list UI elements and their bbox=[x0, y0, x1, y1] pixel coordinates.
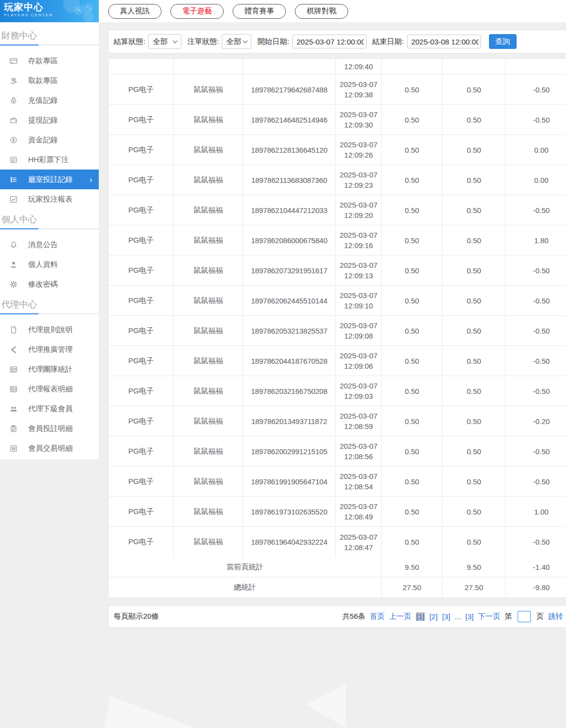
cell-datetime: 2025-03-0712:09:38 bbox=[336, 75, 382, 104]
sidebar-item-代理規則說明[interactable]: 代理規則說明 bbox=[0, 320, 99, 340]
cell-platform: PG电子 bbox=[109, 376, 174, 406]
cell-datetime: 2025-03-0712:09:06 bbox=[336, 346, 382, 376]
page-links: 首页上一页[1][2][3]...[3]下一页 bbox=[370, 612, 500, 621]
sidebar-item-消息公告[interactable]: 消息公告 bbox=[0, 235, 99, 255]
jump-suffix-label: 页 bbox=[536, 612, 544, 621]
cell-platform: PG电子 bbox=[109, 195, 174, 225]
sidebar-item-玩家投注報表[interactable]: 玩家投注報表 bbox=[0, 189, 99, 209]
page-size-text: 每頁顯示20條 bbox=[114, 612, 159, 621]
sidebar-item-label: 個人資料 bbox=[28, 260, 58, 269]
cell-platform: PG电子 bbox=[109, 527, 174, 557]
settle-status-value: 全部 bbox=[153, 37, 167, 46]
table-row: PG电子 鼠鼠福福 1897862104447212033 2025-03-07… bbox=[109, 195, 566, 225]
settle-status-select[interactable]: 全部 bbox=[148, 34, 181, 49]
page-summary-row: 當前頁統計 9.50 9.50 -1.40 bbox=[109, 557, 566, 577]
cell-bet-amount: 0.50 bbox=[382, 497, 443, 526]
page-link-首页[interactable]: 首页 bbox=[370, 612, 385, 621]
page-link-[2][interactable]: [2] bbox=[429, 612, 438, 621]
sidebar-item-個人資料[interactable]: 個人資料 bbox=[0, 255, 99, 274]
table-row: PG电子 鼠鼠福福 1897862146482514946 2025-03-07… bbox=[109, 105, 566, 135]
sidebar-item-修改密碼[interactable]: 修改密碼 bbox=[0, 274, 99, 294]
search-button[interactable]: 查詢 bbox=[489, 34, 517, 49]
sidebar-item-提現記錄[interactable]: 提現記錄 bbox=[0, 110, 99, 130]
sidebar-section-1: 個人中心 消息公告 個人資料 修改密碼 bbox=[0, 214, 99, 295]
tab-棋牌對戰[interactable]: 棋牌對戰 bbox=[295, 4, 348, 19]
table-row: PG电子 鼠鼠福福 1897861991905647104 2025-03-07… bbox=[109, 467, 566, 497]
end-date-input[interactable] bbox=[407, 35, 481, 48]
sidebar-item-代理報表明細[interactable]: 代理報表明細 bbox=[0, 379, 99, 399]
jump-page-input[interactable] bbox=[518, 611, 531, 622]
order-status-select[interactable]: 全部 bbox=[222, 34, 251, 49]
cell-datetime: 2025-03-0712:09:20 bbox=[336, 195, 382, 225]
start-date-label: 開始日期: bbox=[257, 37, 289, 46]
cell-datetime: 2025-03-0712:09:03 bbox=[336, 376, 382, 406]
sidebar-item-會員投註明細[interactable]: 會員投註明細 bbox=[0, 419, 99, 438]
sidebar-item-代理團隊統計[interactable]: 代理團隊統計 bbox=[0, 359, 99, 379]
sidebar-item-label: 會員投註明細 bbox=[28, 424, 73, 433]
table-row: PG电子 鼠鼠福福 1897862044187670528 2025-03-07… bbox=[109, 346, 566, 376]
cell-order-id: 1897861973102635520 bbox=[243, 497, 336, 526]
tab-label: 電子遊藝 bbox=[182, 6, 212, 16]
cell-platform: PG电子 bbox=[109, 467, 174, 496]
person-icon bbox=[9, 260, 18, 269]
sidebar-section-title: 代理中心 bbox=[1, 299, 99, 310]
cell-order-id: 1897862032166750208 bbox=[243, 376, 336, 406]
page-link-[3][interactable]: [3] bbox=[442, 612, 450, 621]
cell-platform: PG电子 bbox=[109, 406, 174, 436]
cell-datetime: 2025-03-0712:09:08 bbox=[336, 316, 382, 345]
cell-datetime: 2025-03-0712:08:56 bbox=[336, 436, 382, 466]
cell-platform: PG电子 bbox=[109, 346, 174, 376]
cell-order-id: 1897862053213825537 bbox=[243, 316, 336, 345]
sidebar-item-代理推廣管理[interactable]: 代理推廣管理 bbox=[0, 340, 99, 359]
order-status-value: 全部 bbox=[226, 37, 241, 46]
cell-bet-amount: 0.50 bbox=[382, 225, 443, 255]
cell-game-name: 鼠鼠福福 bbox=[174, 165, 243, 195]
people-icon bbox=[9, 405, 18, 413]
sidebar-item-取款專區[interactable]: 取款專區 bbox=[0, 71, 99, 90]
sidebar-item-HH彩票下注[interactable]: HH彩票下注 bbox=[0, 150, 99, 170]
page-link-[1][interactable]: [1] bbox=[416, 612, 425, 621]
chevron-down-icon bbox=[243, 39, 248, 43]
sidebar-item-label: 玩家投注報表 bbox=[28, 195, 73, 204]
page-link-上一页[interactable]: 上一页 bbox=[389, 612, 411, 621]
cell-datetime: 2025-03-0712:09:10 bbox=[336, 286, 382, 315]
order-status-label: 注單狀態: bbox=[187, 37, 219, 46]
cell-valid-bet: 0.50 bbox=[443, 286, 506, 315]
tab-label: 體育賽事 bbox=[244, 6, 274, 16]
sidebar-item-廳室投註記錄[interactable]: 廳室投註記錄 › bbox=[0, 170, 99, 189]
page-link-...[interactable]: ... bbox=[455, 612, 461, 621]
cell-valid-bet: 0.50 bbox=[443, 346, 506, 376]
jump-button[interactable]: 跳转 bbox=[548, 612, 563, 621]
money-bag-icon bbox=[9, 96, 18, 105]
cell-bet-amount: 0.50 bbox=[382, 105, 443, 134]
sidebar-item-label: 資金記錄 bbox=[28, 135, 58, 145]
table-row: PG电子 鼠鼠福福 1897862128136645120 2025-03-07… bbox=[109, 135, 566, 165]
page-link-下一页[interactable]: 下一页 bbox=[478, 612, 500, 621]
tab-電子遊藝[interactable]: 電子遊藝 bbox=[170, 4, 224, 19]
page-link-[3][interactable]: [3] bbox=[465, 612, 474, 621]
sidebar-item-label: 代理團隊統計 bbox=[28, 365, 73, 374]
cell-bet-amount: 0.50 bbox=[382, 467, 443, 496]
table-row: PG电子 鼠鼠福福 1897862062445510144 2025-03-07… bbox=[109, 286, 566, 316]
table-row-partial: 12:09:40 bbox=[109, 59, 566, 75]
sidebar-item-會員交易明細[interactable]: 會員交易明細 bbox=[0, 438, 99, 458]
sidebar-section-0: 財務中心 存款專區 取款專區 充值記錄 提現記錄 資金記錄 HH彩票下注 廳室投… bbox=[0, 30, 99, 210]
start-date-input[interactable] bbox=[292, 35, 366, 48]
tab-體育賽事[interactable]: 體育賽事 bbox=[233, 4, 286, 19]
sidebar-item-充值記錄[interactable]: 充值記錄 bbox=[0, 90, 99, 110]
sidebar-item-存款專區[interactable]: 存款專區 bbox=[0, 51, 99, 71]
sidebar-item-資金記錄[interactable]: 資金記錄 bbox=[0, 130, 99, 150]
sidebar-item-label: 消息公告 bbox=[28, 240, 58, 250]
lottery-list-icon bbox=[9, 156, 18, 164]
sidebar-item-label: 代理推廣管理 bbox=[28, 345, 73, 354]
page-summary-valid-bet: 9.50 bbox=[443, 557, 506, 577]
section-divider bbox=[0, 313, 99, 314]
cell-game-name: 鼠鼠福福 bbox=[174, 406, 243, 436]
sidebar-item-label: HH彩票下注 bbox=[28, 155, 69, 165]
sidebar-item-label: 存款專區 bbox=[28, 56, 58, 66]
cell-platform: PG电子 bbox=[109, 256, 174, 285]
sidebar-item-代理下級會員[interactable]: 代理下級會員 bbox=[0, 399, 99, 419]
cell-bet-amount: 0.50 bbox=[382, 75, 443, 104]
cell-game-name: 鼠鼠福福 bbox=[174, 105, 243, 134]
tab-真人視訊[interactable]: 真人視訊 bbox=[108, 4, 162, 19]
